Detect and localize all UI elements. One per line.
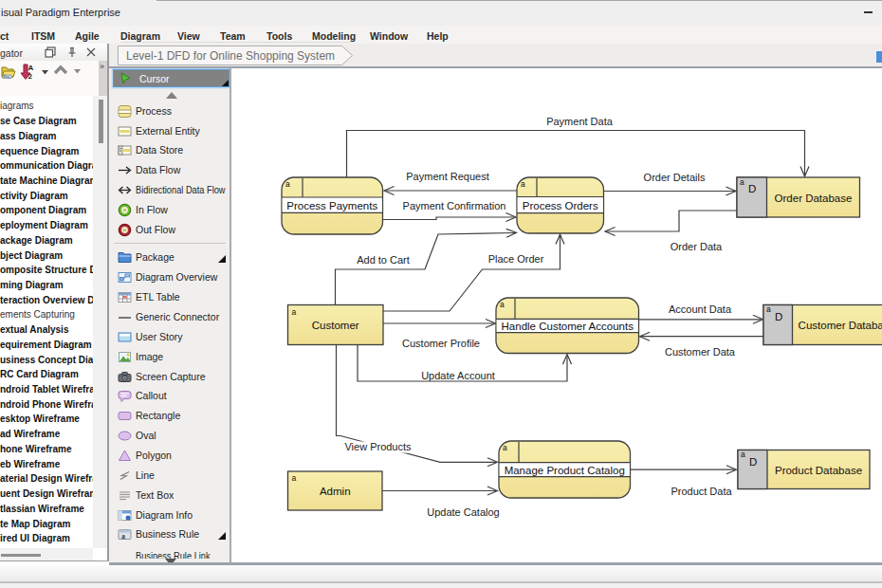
- svg-text:2: 2: [28, 72, 33, 81]
- svg-text:a: a: [285, 179, 290, 189]
- svg-text:Account Data: Account Data: [669, 303, 732, 315]
- svg-text:Order Database: Order Database: [775, 193, 853, 204]
- svg-text:View Products: View Products: [344, 441, 412, 452]
- svg-text:Order Data: Order Data: [671, 241, 723, 252]
- svg-text:Process Orders: Process Orders: [523, 200, 598, 211]
- svg-text:Place Order: Place Order: [488, 253, 544, 265]
- svg-text:Handle Customer Accounts: Handle Customer Accounts: [502, 321, 634, 332]
- svg-text:A: A: [28, 64, 34, 72]
- svg-text:Admin: Admin: [320, 486, 351, 497]
- svg-text:Process Payments: Process Payments: [286, 200, 377, 211]
- svg-text:Product Data: Product Data: [671, 486, 732, 497]
- svg-text:Customer Data: Customer Data: [665, 346, 736, 358]
- svg-text:Payment Confirmation: Payment Confirmation: [403, 200, 506, 211]
- svg-text:a: a: [503, 443, 507, 452]
- svg-text:Customer Profile: Customer Profile: [402, 338, 480, 349]
- svg-text:D: D: [749, 456, 757, 468]
- svg-text:Manage Product Catalog: Manage Product Catalog: [505, 465, 625, 476]
- svg-text:Update Account: Update Account: [421, 370, 495, 381]
- svg-text:a: a: [500, 300, 505, 309]
- svg-text:D: D: [748, 183, 756, 194]
- svg-text:a: a: [292, 307, 297, 317]
- svg-text:a: a: [121, 532, 125, 541]
- svg-text:a: a: [292, 473, 297, 483]
- svg-text:Customer Database: Customer Database: [799, 320, 882, 331]
- svg-text:a: a: [741, 450, 745, 459]
- svg-text:Update Catalog: Update Catalog: [427, 506, 499, 518]
- svg-text:Payment Data: Payment Data: [546, 116, 614, 127]
- svg-text:Payment Request: Payment Request: [406, 171, 488, 182]
- svg-text:Customer: Customer: [312, 320, 359, 331]
- svg-text:Product Database: Product Database: [775, 465, 862, 476]
- svg-text:Level-1 DFD for Online Shoppin: Level-1 DFD for Online Shopping System: [126, 49, 335, 63]
- svg-text:a: a: [521, 179, 525, 189]
- svg-text:D: D: [775, 311, 782, 322]
- svg-text:a: a: [766, 304, 771, 314]
- svg-text:Add to Cart: Add to Cart: [357, 254, 410, 266]
- svg-text:Order Details: Order Details: [644, 172, 706, 183]
- svg-text:Mng: Mng: [4, 75, 9, 79]
- svg-text:a: a: [740, 177, 744, 187]
